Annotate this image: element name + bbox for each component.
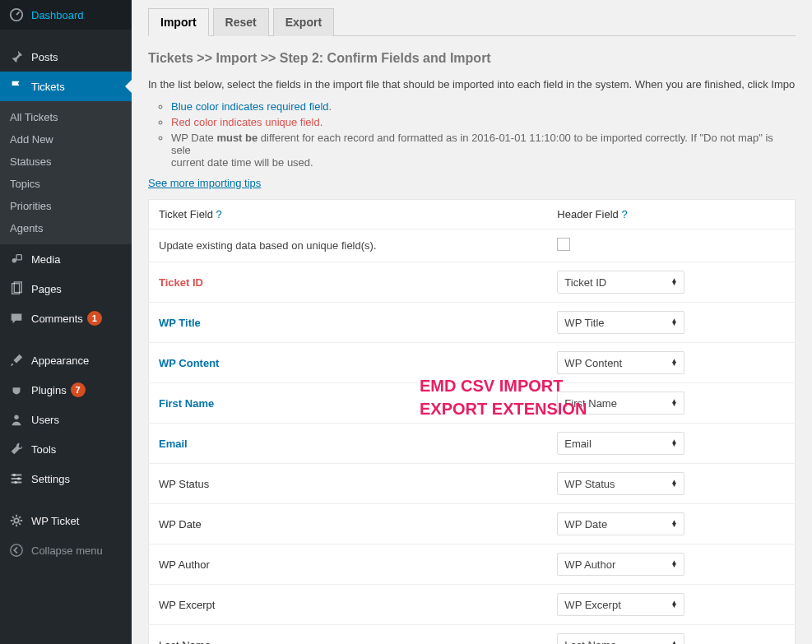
sidebar-item-settings[interactable]: Settings xyxy=(0,464,132,493)
submenu-priorities[interactable]: Priorities xyxy=(0,195,132,217)
update-row: Update existing data based on unique fie… xyxy=(149,229,796,262)
chevron-updown-icon: ▲▼ xyxy=(670,601,677,608)
sliders-icon xyxy=(8,470,25,487)
table-row: WP ExcerptWP Excerpt▲▼ xyxy=(149,585,796,625)
help-icon[interactable]: ? xyxy=(216,208,222,220)
field-label: First Name xyxy=(159,397,214,410)
plug-icon xyxy=(8,382,25,398)
sidebar-label: Tickets xyxy=(31,81,65,93)
tab-export[interactable]: Export xyxy=(273,8,334,36)
select-value: Ticket ID xyxy=(564,276,606,289)
svg-point-9 xyxy=(14,518,18,522)
sidebar-collapse[interactable]: Collapse menu xyxy=(0,535,132,565)
notes-list: Blue color indicates required field. Red… xyxy=(163,100,796,169)
header-field-select[interactable]: WP Status▲▼ xyxy=(557,472,684,495)
table-row: WP TitleWP Title▲▼ xyxy=(149,303,796,343)
sidebar-item-comments[interactable]: Comments 1 xyxy=(0,303,132,333)
sidebar-label: Users xyxy=(31,414,59,426)
chevron-updown-icon: ▲▼ xyxy=(670,279,677,285)
field-label: WP Title xyxy=(159,317,201,329)
header-field-select[interactable]: WP Author▲▼ xyxy=(557,553,684,576)
chevron-updown-icon: ▲▼ xyxy=(670,440,677,447)
header-field-select[interactable]: Last Name▲▼ xyxy=(557,633,684,644)
tab-import[interactable]: Import xyxy=(148,8,209,36)
sidebar-item-posts[interactable]: Posts xyxy=(0,42,132,72)
select-value: Email xyxy=(564,438,592,450)
table-row: WP AuthorWP Author▲▼ xyxy=(149,544,796,585)
brush-icon xyxy=(8,352,25,368)
svg-point-7 xyxy=(17,477,21,480)
sidebar-item-plugins[interactable]: Plugins 7 xyxy=(0,375,132,405)
sidebar-label: Pages xyxy=(31,283,62,295)
submenu-topics[interactable]: Topics xyxy=(0,173,132,195)
submenu-all-tickets[interactable]: All Tickets xyxy=(0,106,132,128)
note-date: WP Date must be different for each recor… xyxy=(171,132,796,169)
submenu-add-new[interactable]: Add New xyxy=(0,128,132,151)
sidebar-label: Media xyxy=(31,253,60,266)
select-value: WP Status xyxy=(564,478,615,490)
sidebar-item-tickets[interactable]: Tickets xyxy=(0,72,132,101)
chevron-updown-icon: ▲▼ xyxy=(670,400,677,406)
table-row: WP ContentWP Content▲▼ xyxy=(149,343,796,383)
sidebar-label: Posts xyxy=(31,51,58,63)
header-field-select[interactable]: WP Title▲▼ xyxy=(557,311,684,334)
header-field-select[interactable]: First Name▲▼ xyxy=(557,391,684,415)
select-value: Last Name xyxy=(564,639,616,645)
flag-icon xyxy=(8,78,25,95)
wrench-icon xyxy=(8,441,25,457)
plugins-badge: 7 xyxy=(71,382,86,397)
chevron-updown-icon: ▲▼ xyxy=(670,359,677,366)
tips-link[interactable]: See more importing tips xyxy=(148,177,261,189)
sidebar-item-appearance[interactable]: Appearance xyxy=(0,345,132,375)
tickets-submenu: All Tickets Add New Statuses Topics Prio… xyxy=(0,101,132,244)
page-title: Tickets >> Import >> Step 2: Confirm Fie… xyxy=(148,51,796,66)
field-label: WP Content xyxy=(159,357,219,369)
help-icon[interactable]: ? xyxy=(621,208,627,220)
header-field-select[interactable]: WP Date▲▼ xyxy=(557,512,684,535)
field-label: Email xyxy=(159,438,188,450)
sidebar-item-dashboard[interactable]: Dashboard xyxy=(0,0,132,30)
media-icon xyxy=(8,251,25,267)
field-label: WP Date xyxy=(159,518,202,530)
sidebar-label: Settings xyxy=(31,473,70,485)
select-value: WP Content xyxy=(564,357,622,369)
header-field-select[interactable]: Ticket ID▲▼ xyxy=(557,271,684,294)
field-label: WP Excerpt xyxy=(159,599,215,611)
sidebar-label: WP Ticket xyxy=(31,515,79,527)
th-header-field: Header Field ? xyxy=(547,200,795,229)
header-field-select[interactable]: WP Excerpt▲▼ xyxy=(557,593,684,616)
table-row: Last NameLast Name▲▼ xyxy=(149,625,796,645)
chevron-updown-icon: ▲▼ xyxy=(670,319,677,326)
chevron-updown-icon: ▲▼ xyxy=(670,561,677,568)
svg-point-6 xyxy=(13,474,16,477)
svg-point-10 xyxy=(11,544,22,556)
select-value: First Name xyxy=(564,397,617,410)
update-label: Update existing data based on unique fie… xyxy=(149,229,548,262)
gear-icon xyxy=(8,512,25,529)
chevron-updown-icon: ▲▼ xyxy=(670,480,677,487)
sidebar-item-tools[interactable]: Tools xyxy=(0,434,132,464)
svg-point-1 xyxy=(12,258,16,262)
update-checkbox[interactable] xyxy=(557,238,570,251)
sidebar-item-users[interactable]: Users xyxy=(0,405,132,434)
sidebar-label: Dashboard xyxy=(31,9,84,21)
select-value: WP Title xyxy=(564,317,604,329)
submenu-statuses[interactable]: Statuses xyxy=(0,151,132,173)
collapse-icon xyxy=(8,542,25,558)
sidebar-label: Comments xyxy=(31,313,83,325)
field-label: WP Author xyxy=(159,558,210,571)
sidebar-label: Collapse menu xyxy=(31,544,103,557)
select-value: WP Author xyxy=(564,558,615,571)
header-field-select[interactable]: Email▲▼ xyxy=(557,432,684,455)
table-row: EmailEmail▲▼ xyxy=(149,424,796,464)
sidebar-item-wp-ticket[interactable]: WP Ticket xyxy=(0,506,132,535)
submenu-agents[interactable]: Agents xyxy=(0,217,132,239)
field-label: Ticket ID xyxy=(159,276,203,289)
pin-icon xyxy=(8,49,25,65)
page-icon xyxy=(8,280,25,297)
sidebar-item-pages[interactable]: Pages xyxy=(0,274,132,303)
field-mapping-table: Ticket Field ? Header Field ? Update exi… xyxy=(148,199,796,644)
tab-reset[interactable]: Reset xyxy=(213,8,269,36)
sidebar-item-media[interactable]: Media xyxy=(0,244,132,274)
header-field-select[interactable]: WP Content▲▼ xyxy=(557,351,684,374)
